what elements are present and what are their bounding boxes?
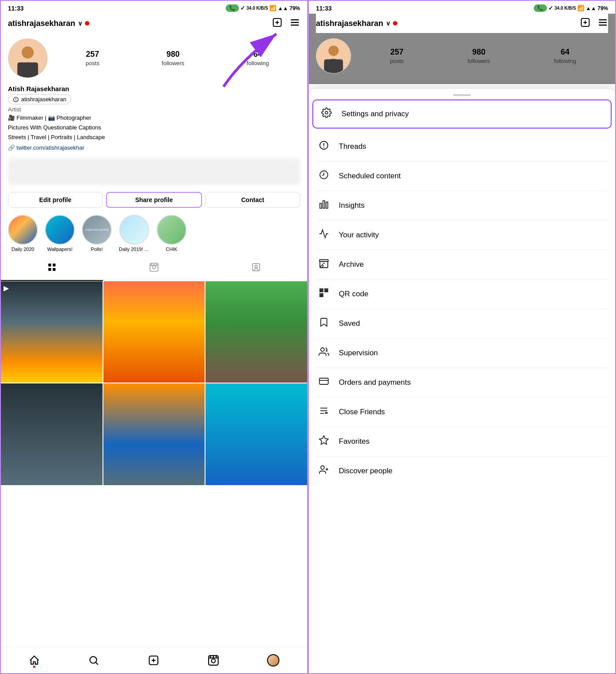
menu-item-orders[interactable]: Orders and payments	[309, 368, 615, 397]
right-profile-header: atishrajasekharan ∨	[309, 14, 615, 84]
edit-profile-button[interactable]: Edit profile	[8, 192, 103, 208]
favorites-label: Favorites	[339, 437, 370, 446]
grid-cell-0[interactable]: ▶	[1, 281, 103, 383]
followers-stat[interactable]: 980 followers	[162, 50, 184, 67]
svg-point-8	[22, 47, 33, 59]
tab-grid[interactable]	[1, 257, 103, 281]
dropdown-arrow-right[interactable]: ∨	[386, 20, 390, 27]
svg-point-20	[156, 264, 157, 265]
username-text-right: atishrajasekharan	[316, 19, 383, 28]
following-label-right: following	[554, 58, 576, 64]
threads-icon	[318, 140, 330, 153]
dropdown-arrow-left[interactable]: ∨	[78, 20, 82, 27]
bottom-sheet: Settings and privacy Threads	[309, 89, 615, 673]
posts-count-right: 257	[390, 48, 404, 57]
menu-item-discover[interactable]: Discover people	[309, 457, 615, 486]
gear-icon	[320, 107, 333, 121]
following-count: 64	[247, 50, 269, 59]
highlight-label-1: Wallpapers!	[47, 247, 73, 252]
menu-item-activity[interactable]: Your activity	[309, 221, 615, 250]
grid-cell-3[interactable]	[1, 383, 103, 485]
top-nav-left: atishrajasekharan ∨	[1, 14, 307, 33]
search-nav-item[interactable]	[88, 655, 99, 666]
highlights-placeholder	[8, 158, 300, 185]
threads-menu-label: Threads	[339, 142, 366, 151]
settings-label: Settings and privacy	[341, 110, 409, 118]
reels-nav-item[interactable]	[208, 655, 219, 666]
nav-icons-right	[580, 17, 608, 29]
svg-point-31	[209, 656, 211, 657]
menu-item-favorites[interactable]: Favorites	[309, 427, 615, 456]
bio-text-3: Streets | Travel | Portraits | Landscape	[8, 133, 300, 141]
top-nav-right: atishrajasekharan ∨	[316, 14, 608, 33]
menu-item-settings[interactable]: Settings and privacy	[313, 100, 611, 128]
svg-line-24	[96, 662, 98, 664]
add-post-button-left[interactable]	[272, 17, 282, 29]
menu-item-insights[interactable]: Insights	[309, 191, 615, 220]
archive-label: Archive	[339, 260, 364, 269]
svg-point-41	[328, 46, 338, 56]
avatar-right[interactable]	[316, 38, 351, 74]
svg-rect-12	[53, 263, 55, 266]
grid-cell-2[interactable]	[205, 281, 307, 383]
home-nav-item[interactable]	[29, 655, 40, 666]
menu-button-left[interactable]	[290, 17, 300, 29]
left-screen: 11:33 📞 ✓ 34.0 K/B/S 📶 ▲▲ 79% atishrajas…	[0, 0, 308, 674]
bar-chart-icon	[318, 199, 330, 212]
sheet-handle	[453, 94, 471, 96]
svg-point-65	[321, 348, 324, 351]
highlight-label-2: Polls!	[91, 247, 103, 252]
avatar-left[interactable]	[8, 38, 48, 78]
highlight-item-2[interactable]: Polls!	[82, 215, 112, 252]
grid-cell-4[interactable]	[103, 383, 205, 485]
posts-stat-right[interactable]: 257 posts	[390, 48, 404, 65]
create-nav-item[interactable]	[148, 655, 159, 666]
menu-item-close-friends[interactable]: Close Friends	[309, 398, 615, 427]
contact-button[interactable]: Contact	[205, 192, 300, 208]
profile-section-left: 257 posts 980 followers 64 following	[1, 33, 307, 83]
share-profile-button[interactable]: Share profile	[106, 192, 202, 208]
menu-item-archive[interactable]: Archive	[309, 250, 615, 279]
profile-nav-item[interactable]	[267, 654, 279, 667]
tab-reels[interactable]	[103, 257, 205, 281]
grid-cell-1[interactable]	[103, 281, 205, 383]
highlight-item-3[interactable]: Daily 2019! [S2]	[119, 215, 150, 252]
bio-role: Artist	[8, 106, 300, 113]
username-row-right[interactable]: atishrajasekharan ∨	[316, 19, 397, 28]
menu-item-supervision[interactable]: Supervision	[309, 339, 615, 368]
menu-item-saved[interactable]: Saved	[309, 309, 615, 338]
bio-section: Atish Rajasekharan atishrajasekharan Art…	[1, 83, 307, 155]
highlights-row: Daily 2020 Wallpapers! Polls! Daily 2019…	[1, 211, 307, 255]
highlight-item-1[interactable]: Wallpapers!	[45, 215, 75, 252]
following-stat-right[interactable]: 64 following	[554, 48, 576, 65]
svg-point-72	[325, 413, 326, 413]
action-buttons: Edit profile Share profile Contact	[1, 188, 307, 211]
menu-item-scheduled[interactable]: Scheduled content	[309, 162, 615, 191]
add-post-button-right[interactable]	[580, 17, 590, 29]
grid-cell-5[interactable]	[205, 383, 307, 485]
highlight-item-4[interactable]: CHIK	[157, 215, 187, 252]
svg-point-75	[321, 466, 324, 469]
highlight-item-0[interactable]: Daily 2020	[8, 215, 38, 252]
svg-rect-49	[319, 260, 328, 261]
threads-badge[interactable]: atishrajasekharan	[8, 94, 71, 104]
followers-count: 980	[162, 50, 184, 59]
highlight-circle-4	[157, 215, 187, 245]
archive-icon	[318, 258, 330, 271]
tab-tagged[interactable]	[205, 257, 307, 281]
posts-count: 257	[86, 50, 99, 59]
following-stat[interactable]: 64 following	[247, 50, 269, 67]
highlight-circle-2	[82, 215, 112, 245]
username-row-left[interactable]: atishrajasekharan ∨	[8, 19, 89, 28]
menu-item-qr[interactable]: QR code	[309, 280, 615, 309]
activity-icon	[318, 228, 330, 242]
tabs-row	[1, 257, 307, 281]
svg-point-73	[326, 413, 327, 413]
menu-item-threads[interactable]: Threads	[309, 132, 615, 161]
svg-point-33	[215, 656, 216, 657]
menu-button-right[interactable]	[598, 17, 608, 29]
highlight-circle-3	[119, 215, 149, 245]
bio-link[interactable]: 🔗 twitter.com/atishrajasekhar	[8, 144, 84, 151]
posts-stat[interactable]: 257 posts	[86, 50, 99, 67]
followers-stat-right[interactable]: 980 followers	[468, 48, 490, 65]
